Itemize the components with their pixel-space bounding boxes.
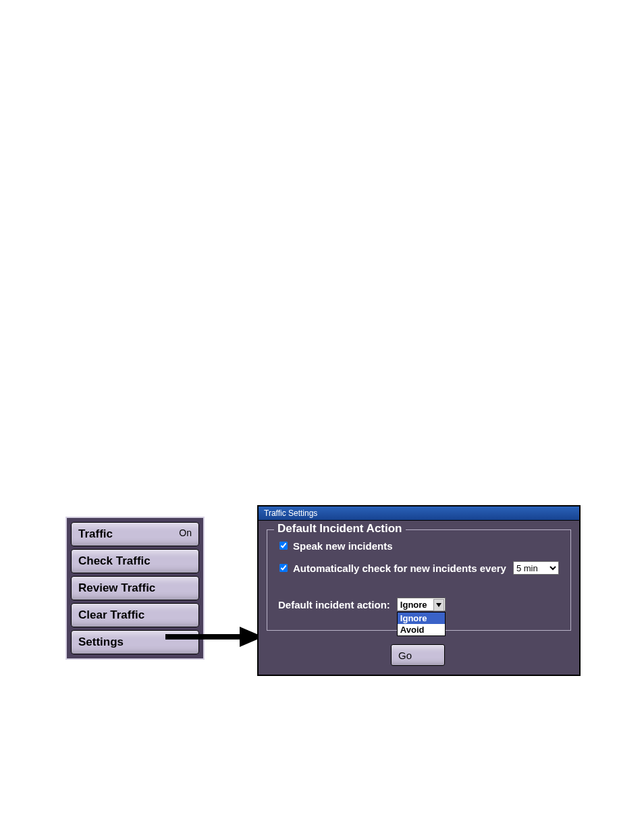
- action-select-list: Ignore Avoid: [397, 612, 446, 636]
- speak-checkbox[interactable]: [279, 542, 288, 550]
- menu-item-label: Traffic: [78, 527, 113, 540]
- default-incident-action-group: Default Incident Action Speak new incide…: [267, 529, 571, 631]
- go-button[interactable]: Go: [391, 644, 445, 666]
- menu-item-traffic[interactable]: Traffic On: [71, 522, 199, 546]
- action-label: Default incident action:: [278, 599, 390, 610]
- dialog-title: Traffic Settings: [259, 506, 579, 521]
- menu-item-clear-traffic[interactable]: Clear Traffic: [71, 603, 199, 627]
- auto-check-label: Automatically check for new incidents ev…: [293, 563, 506, 574]
- menu-item-settings[interactable]: Settings: [71, 630, 199, 654]
- menu-item-review-traffic[interactable]: Review Traffic: [71, 576, 199, 600]
- traffic-menu-panel: Traffic On Check Traffic Review Traffic …: [65, 517, 205, 660]
- action-option-avoid[interactable]: Avoid: [398, 624, 445, 635]
- action-select[interactable]: Ignore Ignore Avoid: [397, 598, 446, 611]
- auto-check-row: Automatically check for new incidents ev…: [277, 561, 570, 575]
- speak-row: Speak new incidents: [277, 540, 570, 552]
- interval-select[interactable]: 5 min: [513, 561, 559, 575]
- action-row: Default incident action: Ignore Ignore A…: [277, 598, 570, 611]
- menu-item-label: Clear Traffic: [78, 608, 144, 621]
- menu-item-label: Check Traffic: [78, 554, 151, 567]
- menu-item-status: On: [179, 521, 192, 544]
- auto-check-checkbox[interactable]: [279, 564, 288, 572]
- menu-item-label: Review Traffic: [78, 581, 155, 594]
- group-legend: Default Incident Action: [274, 522, 406, 536]
- chevron-down-icon: [433, 599, 444, 611]
- svg-marker-2: [436, 603, 441, 607]
- menu-item-label: Settings: [78, 635, 124, 648]
- action-select-value: Ignore: [400, 600, 427, 610]
- speak-label: Speak new incidents: [293, 540, 393, 552]
- action-option-ignore[interactable]: Ignore: [398, 613, 445, 624]
- menu-item-check-traffic[interactable]: Check Traffic: [71, 549, 199, 573]
- traffic-settings-dialog: Traffic Settings Default Incident Action…: [257, 505, 581, 676]
